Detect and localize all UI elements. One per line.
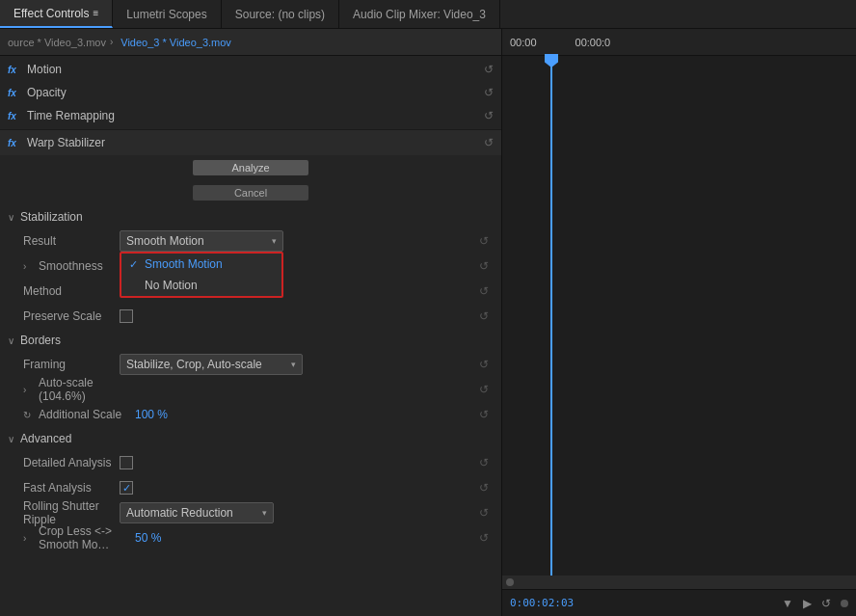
preserve-scale-label: Preserve Scale (23, 309, 120, 323)
scroll-dot (506, 578, 514, 586)
detailed-analysis-row: Detailed Analysis ↺ (0, 450, 501, 475)
dropdown-item-no-motion[interactable]: No Motion (121, 275, 281, 296)
preserve-scale-checkbox[interactable] (120, 309, 133, 323)
reset-method-icon[interactable]: ↺ (474, 284, 494, 298)
filter-icon[interactable]: ▼ (782, 597, 793, 610)
analyze-button[interactable]: Analyze (193, 160, 308, 175)
additional-scale-row: ↻ Additional Scale 100 % ↺ (0, 402, 501, 427)
fx-badge-opacity: fx (8, 88, 23, 98)
fx-name-time-remapping: Time Remapping (27, 109, 115, 122)
fast-analysis-checkbox[interactable]: ✓ (120, 481, 133, 495)
crop-less-control: 50 % (135, 531, 474, 545)
fx-row-opacity[interactable]: fx Opacity ↺ (0, 81, 501, 104)
fx-badge-motion: fx (8, 65, 23, 75)
tab-menu-icon[interactable]: ≡ (93, 8, 98, 18)
auto-scale-expand[interactable]: › (23, 385, 35, 395)
fx-row-motion[interactable]: fx Motion ↺ (0, 58, 501, 81)
rolling-shutter-arrow: ▾ (262, 508, 267, 518)
tab-source-label: Source: (no clips) (235, 8, 325, 21)
framing-dropdown[interactable]: Stabilize, Crop, Auto-scale ▾ (120, 354, 303, 375)
result-dropdown-menu: ✓ Smooth Motion No Motion (120, 252, 283, 298)
timeline-header: 00:00 00:00:0 (502, 29, 856, 56)
reset-opacity-icon[interactable]: ↺ (484, 86, 494, 99)
tab-effect-controls[interactable]: Effect Controls ≡ (0, 0, 113, 28)
result-dropdown-wrapper: Smooth Motion ▾ ✓ Smooth Motion No M (120, 230, 283, 252)
reset-auto-scale-icon[interactable]: ↺ (474, 383, 494, 396)
no-motion-label: No Motion (145, 279, 198, 292)
dropdown-item-smooth-motion[interactable]: ✓ Smooth Motion (121, 254, 281, 275)
reset-crop-less-icon[interactable]: ↺ (474, 531, 494, 545)
detailed-analysis-label: Detailed Analysis (23, 456, 120, 469)
preserve-scale-row: Preserve Scale ↺ (0, 304, 501, 329)
crop-less-expand[interactable]: › (23, 533, 35, 544)
cancel-btn-row: Cancel (0, 180, 501, 205)
playhead-flag (545, 54, 558, 67)
reset-additional-scale-icon[interactable]: ↺ (474, 408, 494, 421)
tab-source[interactable]: Source: (no clips) (222, 0, 339, 28)
source-separator: › (110, 37, 113, 47)
borders-section-header[interactable]: ∨ Borders (0, 329, 501, 352)
analyze-btn-row: Analyze (0, 155, 501, 180)
method-label: Method (23, 284, 120, 298)
crop-less-label: Crop Less <-> Smooth Mo… (39, 524, 135, 551)
rolling-shutter-dropdown[interactable]: Automatic Reduction ▾ (120, 502, 274, 523)
reset-rolling-shutter-icon[interactable]: ↺ (474, 506, 494, 520)
warp-header-row[interactable]: fx Warp Stabilizer ↺ (0, 130, 501, 155)
tab-lumetri-scopes[interactable]: Lumetri Scopes (113, 0, 221, 28)
reset-fast-analysis-icon[interactable]: ↺ (474, 481, 494, 495)
framing-row: Framing Stabilize, Crop, Auto-scale ▾ ↺ (0, 352, 501, 377)
timeline-scroll[interactable] (502, 576, 856, 589)
stabilization-title: Stabilization (20, 210, 83, 224)
smoothness-expand[interactable]: › (23, 261, 35, 272)
reset-framing-icon[interactable]: ↺ (474, 358, 494, 371)
reset-result-icon[interactable]: ↺ (474, 234, 494, 248)
source-text: ource * Video_3.mov (8, 37, 106, 48)
result-control: Smooth Motion ▾ ✓ Smooth Motion No M (120, 230, 474, 252)
fast-analysis-label: Fast Analysis (23, 481, 120, 495)
timeline-footer: 0:00:02:03 ▼ ▶ ↺ (502, 589, 856, 616)
reset-motion-icon[interactable]: ↺ (484, 63, 494, 76)
additional-scale-value[interactable]: 100 % (135, 408, 168, 421)
result-dropdown-arrow: ▾ (272, 236, 277, 246)
result-dropdown-value: Smooth Motion (126, 234, 204, 248)
cancel-button[interactable]: Cancel (193, 185, 308, 201)
timeline-time2: 00:00:0 (575, 37, 611, 48)
auto-scale-row: › Auto-scale (104.6%) ↺ (0, 377, 501, 402)
framing-value: Stabilize, Crop, Auto-scale (126, 358, 262, 371)
reset-detailed-analysis-icon[interactable]: ↺ (474, 456, 494, 469)
source-clip-label[interactable]: Video_3 * Video_3.mov (120, 37, 231, 48)
crop-less-value[interactable]: 50 % (135, 531, 161, 545)
warp-name: Warp Stabilizer (27, 136, 105, 149)
detailed-analysis-checkbox[interactable] (120, 456, 133, 469)
tab-effect-controls-label: Effect Controls (13, 7, 89, 20)
result-dropdown[interactable]: Smooth Motion ▾ (120, 230, 283, 252)
fast-analysis-check-mark: ✓ (122, 482, 131, 495)
framing-label: Framing (23, 358, 120, 371)
advanced-section: ∨ Advanced Detailed Analysis ↺ Fast Anal… (0, 427, 501, 550)
rolling-shutter-value: Automatic Reduction (126, 506, 233, 520)
export-icon[interactable]: ▶ (803, 597, 812, 610)
tab-lumetri-label: Lumetri Scopes (126, 8, 206, 21)
advanced-title: Advanced (20, 432, 71, 445)
result-label: Result (23, 234, 120, 248)
stabilization-section-header[interactable]: ∨ Stabilization (0, 205, 501, 228)
fx-name-opacity: Opacity (27, 86, 67, 99)
smooth-motion-check: ✓ (129, 258, 145, 271)
stabilization-section: ∨ Stabilization Result Smooth Motion ▾ (0, 205, 501, 329)
timecode-display: 0:00:02:03 (510, 597, 574, 609)
footer-icons: ▼ ▶ ↺ (782, 597, 848, 610)
framing-control: Stabilize, Crop, Auto-scale ▾ (120, 354, 474, 375)
reset-preserve-scale-icon[interactable]: ↺ (474, 309, 494, 323)
reset-warp-icon[interactable]: ↺ (484, 136, 494, 149)
additional-scale-expand[interactable]: ↻ (23, 410, 35, 420)
timeline-body[interactable] (502, 56, 856, 576)
reset-smoothness-icon[interactable]: ↺ (474, 259, 494, 273)
fx-row-time-remapping[interactable]: fx Time Remapping ↺ (0, 104, 501, 127)
reset-time-remapping-icon[interactable]: ↺ (484, 109, 494, 122)
advanced-section-header[interactable]: ∨ Advanced (0, 427, 501, 450)
tab-audio-clip-mixer[interactable]: Audio Clip Mixer: Video_3 (339, 0, 500, 28)
loop-icon[interactable]: ↺ (821, 597, 831, 610)
source-header: ource * Video_3.mov › Video_3 * Video_3.… (0, 29, 501, 56)
right-panel: 00:00 00:00:0 0:00:02:03 ▼ ▶ ↺ (501, 29, 856, 616)
timeline-time1: 00:00 (510, 37, 537, 48)
